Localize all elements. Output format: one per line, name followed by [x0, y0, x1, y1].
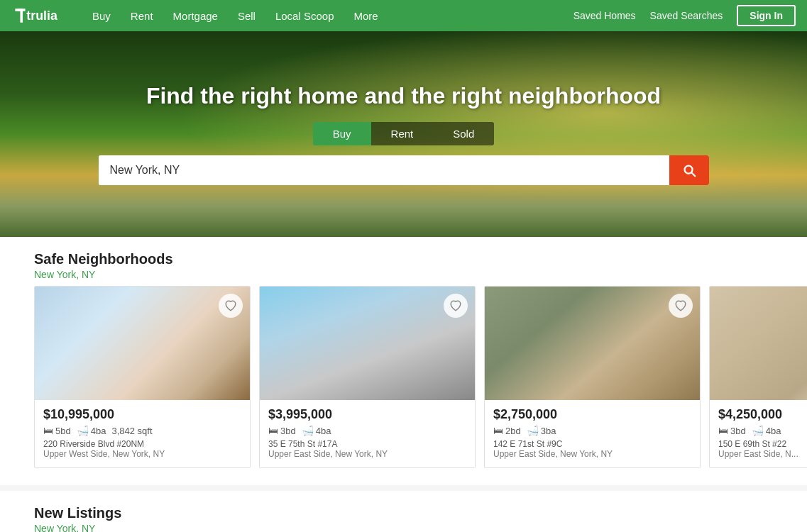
listing-image: [35, 287, 250, 400]
nav: trulia BuyRentMortgageSellLocal ScoopMor…: [0, 0, 807, 31]
favorite-button[interactable]: [669, 294, 693, 318]
search-icon: [681, 162, 697, 178]
bath-icon: 🛁: [302, 425, 314, 436]
bed-icon: 🛏: [493, 425, 503, 436]
search-type-tabs: Buy Rent Sold: [99, 122, 709, 145]
listing-price: $10,995,000: [43, 407, 241, 422]
new-listings-section: New Listings New York, NY: [0, 491, 807, 532]
listing-image: [710, 287, 807, 400]
listing-info: $3,995,000 🛏3bd 🛁4ba 35 E 75th St #17A U…: [260, 400, 475, 467]
safe-neighborhoods-section: Safe Neighborhoods New York, NY $10,995,…: [0, 237, 807, 485]
favorite-button[interactable]: [219, 294, 243, 318]
listing-details: 🛏3bd 🛁4ba: [268, 425, 466, 436]
hero-title: Find the right home and the right neighb…: [99, 83, 709, 109]
saved-homes-link[interactable]: Saved Homes: [573, 10, 636, 21]
heart-icon: [224, 299, 237, 312]
favorite-button[interactable]: [444, 294, 468, 318]
bath-icon: 🛁: [752, 425, 764, 436]
heart-icon: [674, 299, 687, 312]
listing-image: [260, 287, 475, 400]
listing-info: $4,250,000 🛏3bd 🛁4ba 150 E 69th St #22 U…: [710, 400, 807, 467]
nav-link-more[interactable]: More: [344, 0, 388, 31]
listing-address: 142 E 71st St #9C: [493, 439, 691, 449]
svg-marker-1: [15, 9, 25, 11]
listing-image-bg: [35, 287, 250, 400]
listing-details: 🛏3bd 🛁4ba: [718, 425, 807, 436]
listing-neighborhood: Upper West Side, New York, NY: [43, 449, 241, 459]
bath-icon: 🛁: [527, 425, 539, 436]
search-input[interactable]: [99, 155, 669, 185]
listing-beds: 🛏5bd: [43, 425, 71, 436]
listing-address: 150 E 69th St #22: [718, 439, 807, 449]
bed-icon: 🛏: [268, 425, 278, 436]
hero-section: Find the right home and the right neighb…: [0, 31, 807, 237]
listing-neighborhood: Upper East Side, New York, NY: [493, 449, 691, 459]
nav-link-local-scoop[interactable]: Local Scoop: [265, 0, 344, 31]
heart-icon: [449, 299, 462, 312]
saved-searches-link[interactable]: Saved Searches: [650, 10, 723, 21]
listing-info: $10,995,000 🛏5bd 🛁4ba 3,842 sqft 220 Riv…: [35, 400, 250, 467]
section-header: Safe Neighborhoods New York, NY: [0, 251, 807, 286]
listing-price: $2,750,000: [493, 407, 691, 422]
listing-card[interactable]: $10,995,000 🛏5bd 🛁4ba 3,842 sqft 220 Riv…: [34, 286, 251, 468]
section-subtitle: New York, NY: [34, 269, 773, 280]
listing-price: $4,250,000: [718, 407, 807, 422]
listing-details: 🛏2bd 🛁3ba: [493, 425, 691, 436]
listing-address: 220 Riverside Blvd #20NM: [43, 439, 241, 449]
nav-link-mortgage[interactable]: Mortgage: [163, 0, 228, 31]
listing-card[interactable]: $2,750,000 🛏2bd 🛁3ba 142 E 71st St #9C U…: [484, 286, 701, 468]
listing-info: $2,750,000 🛏2bd 🛁3ba 142 E 71st St #9C U…: [485, 400, 700, 467]
listing-card[interactable]: $4,250,000 🛏3bd 🛁4ba 150 E 69th St #22 U…: [709, 286, 807, 468]
listing-beds: 🛏3bd: [718, 425, 746, 436]
tab-rent[interactable]: Rent: [371, 122, 434, 145]
listing-sqft: 3,842 sqft: [111, 426, 152, 436]
listing-baths: 🛁4ba: [77, 425, 106, 436]
section-title: Safe Neighborhoods: [34, 251, 773, 267]
listing-neighborhood: Upper East Side, N...: [718, 449, 807, 459]
nav-link-rent[interactable]: Rent: [121, 0, 163, 31]
listings-row: $10,995,000 🛏5bd 🛁4ba 3,842 sqft 220 Riv…: [0, 286, 807, 468]
logo[interactable]: trulia: [11, 6, 68, 26]
bed-icon: 🛏: [718, 425, 728, 436]
new-listings-title: New Listings: [34, 505, 773, 521]
nav-links: BuyRentMortgageSellLocal ScoopMore: [82, 0, 573, 31]
new-listings-subtitle: New York, NY: [34, 523, 773, 532]
listing-address: 35 E 75th St #17A: [268, 439, 466, 449]
listing-image-bg: [260, 287, 475, 400]
bed-icon: 🛏: [43, 425, 53, 436]
listing-beds: 🛏3bd: [268, 425, 296, 436]
hero-content: Find the right home and the right neighb…: [99, 83, 709, 185]
listing-image-bg: [485, 287, 700, 400]
nav-right: Saved Homes Saved Searches Sign In: [573, 5, 796, 26]
search-button[interactable]: [669, 155, 709, 185]
listing-image: [485, 287, 700, 400]
tab-buy[interactable]: Buy: [313, 122, 371, 145]
sign-in-button[interactable]: Sign In: [737, 5, 796, 26]
listing-baths: 🛁3ba: [527, 425, 556, 436]
search-bar: [99, 155, 709, 185]
nav-link-sell[interactable]: Sell: [228, 0, 265, 31]
listing-baths: 🛁4ba: [752, 425, 781, 436]
listing-beds: 🛏2bd: [493, 425, 521, 436]
bath-icon: 🛁: [77, 425, 89, 436]
tab-sold[interactable]: Sold: [433, 122, 494, 145]
listing-price: $3,995,000: [268, 407, 466, 422]
listing-card[interactable]: $3,995,000 🛏3bd 🛁4ba 35 E 75th St #17A U…: [259, 286, 476, 468]
listing-neighborhood: Upper East Side, New York, NY: [268, 449, 466, 459]
nav-link-buy[interactable]: Buy: [82, 0, 121, 31]
svg-text:trulia: trulia: [26, 9, 57, 23]
listing-details: 🛏5bd 🛁4ba 3,842 sqft: [43, 425, 241, 436]
listing-baths: 🛁4ba: [302, 425, 331, 436]
listing-image-bg: [710, 287, 807, 400]
